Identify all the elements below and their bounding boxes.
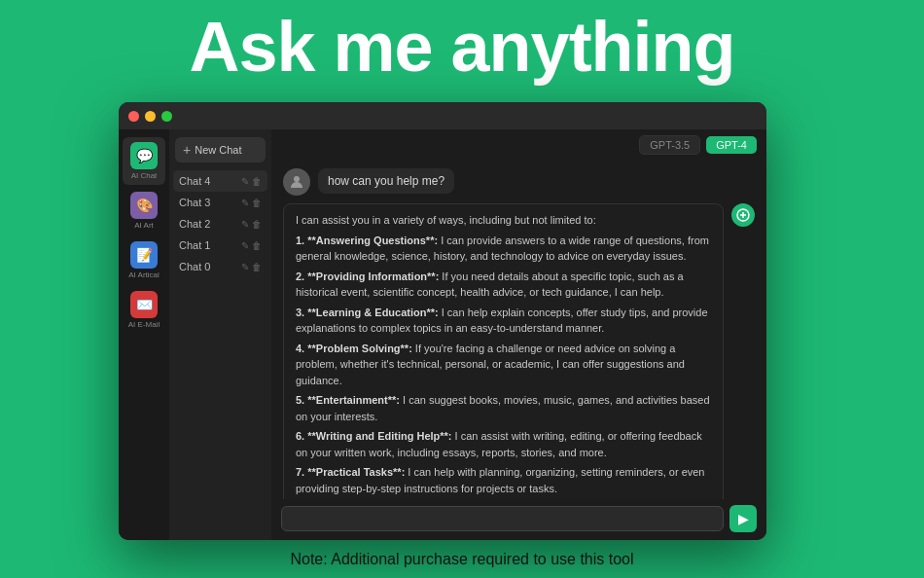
chat-input[interactable] xyxy=(281,506,724,531)
chat-list-item-2[interactable]: Chat 2 ✎ 🗑 xyxy=(173,213,267,235)
ai-email-icon: ✉️ xyxy=(130,291,158,318)
bottom-note: Note: Additional purchase required to us… xyxy=(0,551,924,568)
ai-bubble: I can assist you in a variety of ways, i… xyxy=(283,203,724,499)
chat-item-label: Chat 1 xyxy=(179,239,210,251)
chat-item-label: Chat 2 xyxy=(179,218,210,230)
ai-intro: I can assist you in a variety of ways, i… xyxy=(296,212,711,229)
delete-icon[interactable]: 🗑 xyxy=(252,176,262,187)
ai-article-icon: 📝 xyxy=(130,241,158,269)
chat-input-area: ▶ xyxy=(271,499,766,540)
ai-avatar-icon xyxy=(731,203,755,227)
traffic-light-yellow[interactable] xyxy=(145,111,156,122)
chat-sidebar: + New Chat Chat 4 ✎ 🗑 Chat 3 ✎ 🗑 xyxy=(169,129,271,540)
new-chat-label: New Chat xyxy=(195,144,241,156)
user-message: how can you help me? xyxy=(283,168,755,196)
chat-list-item-0[interactable]: Chat 0 ✎ 🗑 xyxy=(173,256,267,277)
chat-list-item-3[interactable]: Chat 3 ✎ 🗑 xyxy=(173,192,267,213)
delete-icon[interactable]: 🗑 xyxy=(252,219,262,230)
chat-item-actions: ✎ 🗑 xyxy=(241,240,262,251)
ai-email-label: AI E-Mail xyxy=(128,320,160,329)
page-headline: Ask me anything xyxy=(0,0,924,82)
svg-point-0 xyxy=(294,176,300,182)
send-button[interactable]: ▶ xyxy=(729,505,757,532)
chat-item-actions: ✎ 🗑 xyxy=(241,198,262,208)
send-icon: ▶ xyxy=(738,511,749,526)
ai-item-6: 6. **Writing and Editing Help**: I can a… xyxy=(296,428,711,460)
traffic-light-green[interactable] xyxy=(161,111,172,122)
user-bubble: how can you help me? xyxy=(318,168,454,194)
chat-content: how can you help me? I can assist you in… xyxy=(271,161,766,499)
chat-item-label: Chat 0 xyxy=(179,261,210,272)
chat-item-label: Chat 4 xyxy=(179,175,210,187)
app-body: 💬 AI Chat 🎨 AI Art 📝 AI Artical ✉️ AI E-… xyxy=(119,129,766,540)
ai-art-icon: 🎨 xyxy=(130,192,158,219)
chat-topbar: GPT-3.5 GPT-4 xyxy=(271,129,766,161)
chat-list: Chat 4 ✎ 🗑 Chat 3 ✎ 🗑 Chat 2 xyxy=(169,170,271,540)
edit-icon[interactable]: ✎ xyxy=(241,262,249,272)
ai-article-label: AI Artical xyxy=(128,271,160,279)
ai-item-1: 1. **Answering Questions**: I can provid… xyxy=(296,233,711,265)
chat-item-actions: ✎ 🗑 xyxy=(241,262,262,272)
traffic-light-red[interactable] xyxy=(128,111,139,122)
user-avatar xyxy=(283,168,310,196)
plus-icon: + xyxy=(183,142,191,158)
gpt4-button[interactable]: GPT-4 xyxy=(706,136,757,154)
ai-message: I can assist you in a variety of ways, i… xyxy=(283,203,755,499)
ai-item-5: 5. **Entertainment**: I can suggest book… xyxy=(296,392,711,424)
sidebar-item-ai-email[interactable]: ✉️ AI E-Mail xyxy=(123,286,165,334)
delete-icon[interactable]: 🗑 xyxy=(252,198,262,208)
title-bar xyxy=(119,102,766,129)
icon-sidebar: 💬 AI Chat 🎨 AI Art 📝 AI Artical ✉️ AI E-… xyxy=(119,129,169,540)
chat-list-item-4[interactable]: Chat 4 ✎ 🗑 xyxy=(173,170,267,192)
ai-art-label: AI Art xyxy=(134,221,154,230)
sidebar-item-ai-chat[interactable]: 💬 AI Chat xyxy=(123,137,165,185)
app-window: 💬 AI Chat 🎨 AI Art 📝 AI Artical ✉️ AI E-… xyxy=(119,102,766,540)
delete-icon[interactable]: 🗑 xyxy=(252,262,262,272)
edit-icon[interactable]: ✎ xyxy=(241,219,249,230)
chat-item-actions: ✎ 🗑 xyxy=(241,219,262,230)
edit-icon[interactable]: ✎ xyxy=(241,198,249,208)
ai-item-3: 3. **Learning & Education**: I can help … xyxy=(296,305,711,337)
ai-item-4: 4. **Problem Solving**: If you're facing… xyxy=(296,341,711,389)
ai-chat-label: AI Chat xyxy=(131,171,158,180)
sidebar-item-ai-art[interactable]: 🎨 AI Art xyxy=(123,187,165,235)
delete-icon[interactable]: 🗑 xyxy=(252,240,262,251)
new-chat-button[interactable]: + New Chat xyxy=(175,137,266,163)
chat-item-actions: ✎ 🗑 xyxy=(241,176,262,187)
ai-item-2: 2. **Providing Information**: If you nee… xyxy=(296,269,711,301)
chat-item-label: Chat 3 xyxy=(179,197,210,208)
gpt35-button[interactable]: GPT-3.5 xyxy=(639,135,700,155)
chat-list-item-1[interactable]: Chat 1 ✎ 🗑 xyxy=(173,235,267,256)
chat-main: GPT-3.5 GPT-4 how can you help me? xyxy=(271,129,766,540)
ai-item-7: 7. **Practical Tasks**: I can help with … xyxy=(296,464,711,496)
ai-chat-icon: 💬 xyxy=(130,142,158,169)
edit-icon[interactable]: ✎ xyxy=(241,176,249,187)
edit-icon[interactable]: ✎ xyxy=(241,240,249,251)
sidebar-item-ai-article[interactable]: 📝 AI Artical xyxy=(123,236,165,284)
